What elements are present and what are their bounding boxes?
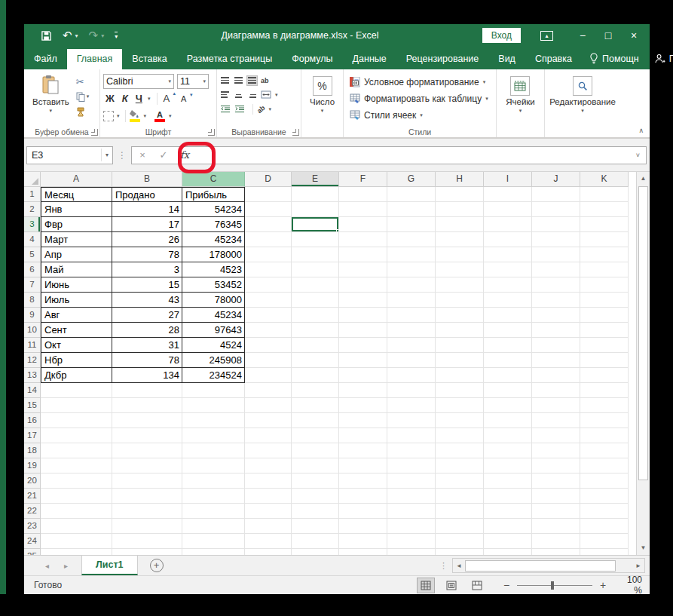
cell-F22[interactable]	[339, 504, 387, 519]
cell-C24[interactable]	[182, 534, 245, 549]
cell-I22[interactable]	[484, 504, 532, 519]
copy-button[interactable]: ▾	[76, 90, 90, 103]
cell-B21[interactable]	[112, 489, 182, 504]
row-header-12[interactable]: 12	[24, 353, 41, 368]
orientation-dropdown-icon[interactable]: ▾	[269, 106, 272, 112]
cell-D12[interactable]	[245, 353, 292, 368]
cell-B4[interactable]: 26	[112, 232, 182, 247]
cell-E24[interactable]	[292, 534, 339, 549]
font-color-button[interactable]: А	[154, 110, 166, 122]
cell-J15[interactable]	[532, 398, 580, 413]
cell-D18[interactable]	[245, 443, 292, 458]
cell-A5[interactable]: Апр	[41, 247, 112, 262]
cell-C21[interactable]	[182, 489, 245, 504]
undo-button[interactable]: ↶	[63, 29, 72, 42]
cell-K10[interactable]	[580, 323, 629, 338]
row-header-10[interactable]: 10	[24, 323, 41, 338]
cell-K6[interactable]	[580, 262, 629, 277]
cell-D3[interactable]	[245, 217, 292, 232]
cell-K11[interactable]	[580, 338, 629, 353]
cell-F1[interactable]	[339, 187, 387, 202]
decrease-font-button[interactable]: A▾	[179, 94, 192, 103]
cell-H16[interactable]	[436, 413, 484, 428]
cell-H12[interactable]	[436, 353, 484, 368]
cell-B12[interactable]: 78	[112, 353, 182, 368]
row-header-21[interactable]: 21	[24, 489, 41, 504]
cell-B16[interactable]	[112, 413, 182, 428]
align-right-button[interactable]	[247, 90, 257, 100]
tell-me-tab[interactable]: Помощн	[582, 48, 647, 69]
fill-color-button[interactable]	[129, 110, 141, 122]
cell-F2[interactable]	[339, 202, 387, 217]
font-name-select[interactable]: Calibri ▾	[103, 74, 174, 89]
row-header-25[interactable]: 25	[24, 549, 41, 555]
cell-K9[interactable]	[580, 308, 629, 323]
select-all-corner[interactable]	[24, 172, 41, 187]
cell-H17[interactable]	[436, 428, 484, 443]
cell-I24[interactable]	[484, 534, 532, 549]
cell-E25[interactable]	[292, 549, 339, 555]
zoom-in-button[interactable]: +	[598, 579, 607, 591]
sign-in-button[interactable]: Вход	[482, 28, 521, 43]
scroll-up-icon[interactable]: ▲	[637, 172, 650, 185]
cell-G14[interactable]	[387, 383, 436, 398]
cell-B24[interactable]	[112, 534, 182, 549]
cell-B3[interactable]: 17	[112, 217, 182, 232]
cell-J17[interactable]	[532, 428, 580, 443]
column-header-J[interactable]: J	[532, 172, 580, 187]
fill-color-dropdown-icon[interactable]: ▾	[144, 113, 147, 119]
cell-H6[interactable]	[436, 262, 484, 277]
cell-J19[interactable]	[532, 458, 580, 473]
cell-F10[interactable]	[339, 323, 387, 338]
format-painter-button[interactable]	[76, 106, 90, 118]
cell-G8[interactable]	[387, 293, 436, 308]
cell-C8[interactable]: 78000	[182, 293, 245, 308]
cell-G5[interactable]	[387, 247, 436, 262]
cell-E15[interactable]	[292, 398, 339, 413]
cell-E21[interactable]	[292, 489, 339, 504]
cell-B19[interactable]	[112, 458, 182, 473]
cell-F17[interactable]	[339, 428, 387, 443]
cell-K24[interactable]	[580, 534, 629, 549]
cell-H10[interactable]	[436, 323, 484, 338]
cell-D20[interactable]	[245, 473, 292, 489]
cell-J13[interactable]	[532, 368, 580, 383]
save-icon[interactable]	[41, 30, 52, 41]
cell-K13[interactable]	[580, 368, 629, 383]
cell-G10[interactable]	[387, 323, 436, 338]
cell-A11[interactable]: Окт	[41, 338, 112, 353]
cell-D2[interactable]	[245, 202, 292, 217]
cell-F14[interactable]	[339, 383, 387, 398]
next-sheet-icon[interactable]: ▸	[64, 562, 68, 570]
cell-I11[interactable]	[484, 338, 532, 353]
ribbon-tab-вид[interactable]: Вид	[488, 49, 525, 69]
cell-D5[interactable]	[245, 247, 292, 262]
borders-dropdown-icon[interactable]: ▾	[117, 113, 120, 119]
cell-G3[interactable]	[387, 217, 436, 232]
cell-C25[interactable]	[182, 549, 245, 555]
cell-I2[interactable]	[484, 202, 532, 217]
cell-E6[interactable]	[292, 262, 339, 277]
row-header-23[interactable]: 23	[24, 519, 41, 534]
cell-J14[interactable]	[532, 383, 580, 398]
minimize-button[interactable]: −	[570, 24, 595, 47]
cell-H25[interactable]	[436, 549, 484, 555]
name-box-dropdown-icon[interactable]: ▾	[101, 149, 112, 161]
cell-C12[interactable]: 245908	[182, 353, 245, 368]
cell-A24[interactable]	[41, 534, 112, 549]
cell-J6[interactable]	[532, 262, 580, 277]
cell-K22[interactable]	[580, 504, 629, 519]
cell-I7[interactable]	[484, 277, 532, 293]
cell-I3[interactable]	[484, 217, 532, 232]
cell-A23[interactable]	[41, 519, 112, 534]
cell-G24[interactable]	[387, 534, 436, 549]
cell-I1[interactable]	[484, 187, 532, 202]
ribbon-tab-главная[interactable]: Главная	[67, 49, 123, 69]
collapse-ribbon-icon[interactable]: ∧	[638, 127, 644, 134]
prev-sheet-icon[interactable]: ◂	[45, 562, 49, 570]
zoom-level-label[interactable]: 100 %	[616, 575, 650, 596]
row-header-4[interactable]: 4	[24, 232, 41, 247]
redo-dropdown-icon[interactable]: ▾	[101, 32, 104, 39]
copy-dropdown-icon[interactable]: ▾	[87, 93, 90, 100]
cell-I8[interactable]	[484, 293, 532, 308]
